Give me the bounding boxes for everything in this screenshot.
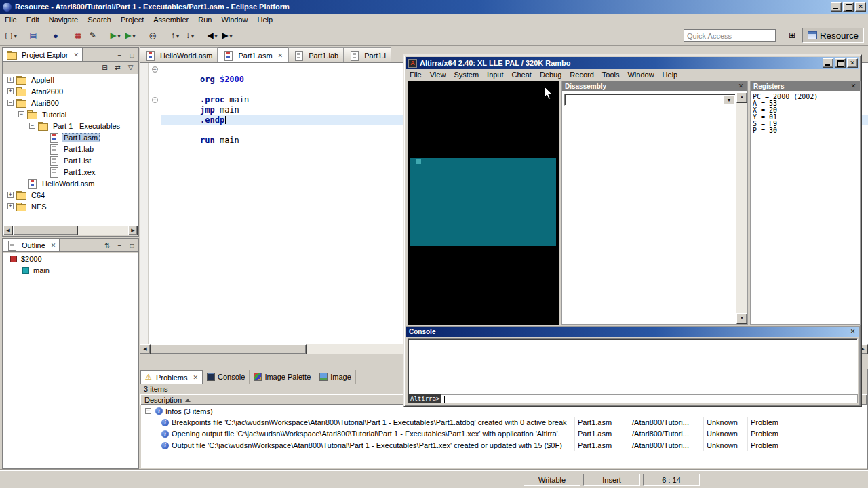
menu-item[interactable]: Navigate (44, 14, 83, 25)
expand-toggle-icon[interactable] (7, 100, 14, 106)
expand-toggle-icon[interactable] (29, 123, 35, 129)
menu-item[interactable]: Input (483, 70, 507, 79)
explorer-hscrollbar[interactable]: ◀ ▶ (3, 226, 138, 235)
editor-tab[interactable]: Part1.lab ✕ (288, 47, 344, 62)
scroll-up-icon[interactable]: ▲ (736, 92, 747, 103)
console-pane-title[interactable]: Console ✕ (406, 327, 859, 337)
menu-item[interactable]: Edit (22, 14, 44, 25)
fold-ruler-cell[interactable] (149, 115, 161, 125)
tree-item[interactable]: AppleII (3, 74, 138, 85)
fold-ruler-cell[interactable] (149, 136, 161, 146)
view-tab[interactable]: Image Palette ✕ (250, 370, 315, 384)
tree-item[interactable]: Part1.lab (3, 143, 138, 155)
scroll-left-icon[interactable]: ◀ (140, 344, 151, 354)
problem-row[interactable]: iBreakpoints file 'C:\jac\wudsn\Workspac… (141, 417, 867, 428)
scroll-left-icon[interactable]: ◀ (3, 226, 13, 235)
menu-item[interactable]: View (426, 70, 450, 79)
tree-item[interactable]: Atari2600 (3, 85, 138, 97)
menu-item[interactable]: Help (658, 70, 682, 79)
problem-row[interactable]: iOpening output file 'C:\jac\wudsn\Works… (141, 428, 867, 440)
fold-collapse-icon[interactable] (152, 66, 158, 73)
new-wizard-button[interactable]: ▢ (3, 28, 18, 43)
editor-tab[interactable]: Part1.l ✕ (344, 47, 391, 62)
tree-item[interactable]: HelloWorld.asm (3, 178, 138, 189)
disassembly-pane-title[interactable]: Disassembly ✕ (562, 81, 747, 92)
quick-access-input[interactable] (684, 29, 776, 42)
resource-perspective-button[interactable]: Resource (802, 28, 864, 43)
editor-tab[interactable]: Part1.asm ✕ (218, 47, 288, 62)
close-icon[interactable]: ✕ (193, 374, 198, 381)
tree-item[interactable]: Part1.xex (3, 166, 138, 178)
disassembly-scrollbar[interactable]: ▲ ▼ (736, 92, 747, 324)
scroll-thumb[interactable] (13, 226, 78, 235)
minimize-button[interactable] (823, 58, 833, 68)
expand-toggle-icon[interactable] (18, 111, 24, 117)
menu-item[interactable]: Assembler (149, 14, 193, 25)
console-input-row[interactable]: Altirra> (408, 394, 858, 403)
tree-item[interactable]: NES (3, 201, 138, 212)
emulator-display[interactable] (408, 81, 559, 325)
graphics-editor-button[interactable]: ✎ (85, 28, 100, 43)
tab-outline[interactable]: Outline ✕ (3, 238, 60, 251)
menu-item[interactable]: Debug (536, 70, 566, 79)
save-button[interactable]: ▤ (26, 28, 41, 43)
close-pane-icon[interactable]: ✕ (848, 327, 857, 336)
fold-collapse-icon[interactable] (152, 97, 158, 103)
expand-toggle-icon[interactable] (7, 88, 14, 94)
menu-item[interactable]: System (450, 70, 483, 79)
search-button[interactable]: ◎ (145, 28, 160, 43)
tree-item[interactable]: Part 1 - Executables (3, 120, 138, 131)
close-button[interactable] (855, 2, 866, 12)
view-menu-button[interactable]: ▽ (125, 62, 136, 73)
menu-item[interactable]: File (0, 14, 22, 25)
collapse-all-button[interactable]: ⊟ (100, 62, 110, 73)
disassembly-address-combo[interactable]: ▼ (564, 94, 736, 106)
console-output[interactable] (408, 338, 858, 394)
menu-item[interactable]: Search (83, 14, 116, 25)
menu-item[interactable]: File (406, 70, 426, 79)
fold-ruler-cell[interactable] (149, 75, 161, 85)
expand-toggle-icon[interactable] (7, 203, 14, 209)
tree-item[interactable]: Part1.asm (3, 131, 138, 143)
maximize-button[interactable] (835, 58, 846, 68)
close-icon[interactable]: ✕ (278, 52, 283, 59)
menu-item[interactable]: Run (193, 14, 216, 25)
collapse-group-icon[interactable]: − (145, 408, 151, 414)
tab-project-explorer[interactable]: Project Explor ✕ (3, 47, 83, 61)
registers-pane-title[interactable]: Registers ✕ (751, 81, 860, 92)
minimize-view-button[interactable]: − (115, 50, 125, 60)
tree-item[interactable]: C64 (3, 189, 138, 201)
problem-row[interactable]: iOutput file 'C:\jac\wudsn\Workspace\Ata… (141, 440, 867, 451)
tree-item[interactable]: Tutorial (3, 108, 138, 120)
forward-button[interactable]: ▶ (220, 28, 235, 43)
next-annotation-button[interactable]: ↓ (182, 28, 197, 43)
view-tab[interactable]: Problems ✕ (140, 370, 203, 384)
open-perspective-button[interactable]: ⊞ (785, 28, 800, 43)
menu-item[interactable]: Cheat (508, 70, 536, 79)
minimize-view-button[interactable]: − (115, 241, 125, 251)
minimize-button[interactable] (831, 2, 842, 12)
menu-item[interactable]: Record (566, 70, 597, 79)
maximize-view-button[interactable]: □ (127, 241, 137, 251)
close-button[interactable] (847, 58, 858, 68)
assembler-toolbox-button[interactable]: ▦ (71, 28, 85, 43)
editor-tab[interactable]: HelloWorld.asm ✕ (140, 47, 218, 62)
back-button[interactable]: ◀ (205, 28, 220, 43)
fold-ruler-cell[interactable] (149, 64, 161, 75)
maximize-view-button[interactable]: □ (127, 50, 137, 60)
outline-item[interactable]: main (3, 264, 138, 276)
fold-ruler-cell[interactable] (149, 85, 161, 95)
dropdown-arrow-icon[interactable]: ▼ (724, 95, 734, 104)
close-pane-icon[interactable]: ✕ (736, 82, 745, 91)
altirra-titlebar[interactable]: A Altirra/x64 2.40: XL LLE PAL / 320K Ra… (406, 57, 859, 69)
menu-item[interactable]: Window (216, 14, 252, 25)
menu-item[interactable]: Window (623, 70, 658, 79)
close-icon[interactable]: ✕ (51, 242, 56, 249)
run-button[interactable]: ▶ (108, 28, 123, 43)
menu-item[interactable]: Project (116, 14, 149, 25)
expand-toggle-icon[interactable] (7, 192, 14, 198)
link-with-editor-button[interactable]: ⇄ (113, 62, 123, 73)
menu-item[interactable]: Tools (598, 70, 624, 79)
outline-item[interactable]: $2000 (3, 253, 138, 264)
view-tab[interactable]: Console ✕ (203, 370, 250, 384)
